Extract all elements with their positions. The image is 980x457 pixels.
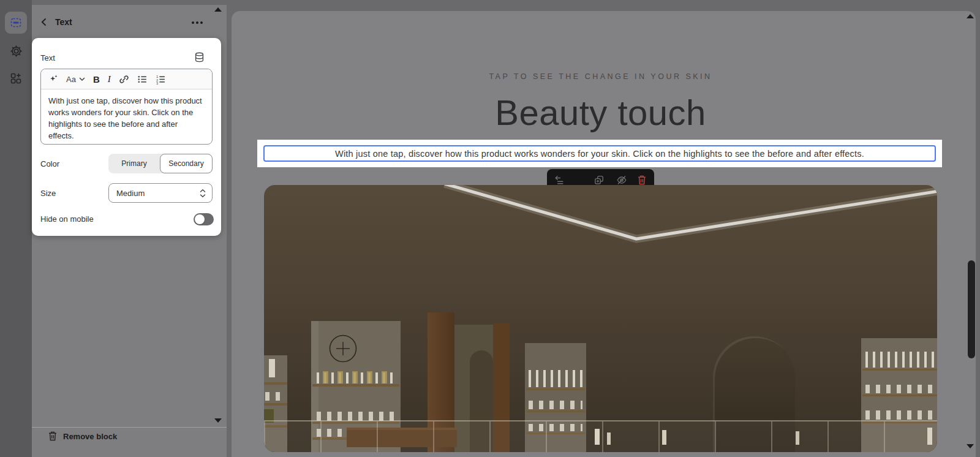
size-field-label: Size — [40, 189, 56, 198]
selected-block-text: With just one tap, discover how this pro… — [335, 149, 864, 159]
store-product — [662, 430, 666, 445]
store-product — [927, 428, 932, 445]
preview-scroll-down-arrow[interactable] — [967, 444, 974, 448]
chevron-down-icon — [79, 77, 85, 81]
color-segmented-control: Primary Secondary — [108, 154, 213, 173]
hotspot-image — [264, 185, 937, 452]
toggle-knob — [195, 214, 205, 224]
store-product — [796, 431, 799, 445]
store-product — [595, 429, 600, 445]
store-shelf — [526, 410, 585, 412]
back-button[interactable] — [39, 17, 50, 28]
color-setting-row: Color Primary Secondary — [32, 154, 221, 173]
trash-icon — [48, 431, 58, 442]
store-products — [323, 371, 390, 383]
store-products — [317, 412, 395, 421]
store-glass-cases — [264, 420, 937, 452]
ai-sparkle-icon[interactable] — [48, 74, 58, 84]
size-setting-row: Size Medium — [32, 183, 221, 203]
store-products — [529, 401, 582, 409]
sections-icon — [10, 17, 22, 29]
chevron-left-icon — [39, 17, 49, 27]
remove-block-button[interactable]: Remove block — [48, 429, 170, 444]
bulleted-list-icon[interactable] — [137, 74, 148, 85]
text-style-dropdown[interactable]: Aa — [66, 75, 85, 84]
text-style-label: Aa — [66, 75, 76, 84]
store-product — [607, 432, 611, 445]
panel-title: Text — [55, 17, 72, 27]
block-menu-button[interactable] — [190, 18, 204, 29]
text-block-settings-card: Text Aa B I — [32, 38, 221, 236]
store-products — [265, 392, 286, 401]
svg-text:3: 3 — [156, 81, 158, 85]
rich-text-editor: Aa B I 1 — [40, 69, 213, 145]
link-icon[interactable] — [119, 74, 129, 85]
move-block-icon[interactable] — [554, 175, 565, 186]
section-heading: Beauty touch — [264, 92, 937, 133]
store-shelf — [862, 395, 937, 396]
store-products — [865, 410, 934, 420]
panel-scroll-up-arrow[interactable] — [214, 7, 222, 12]
theme-editor: Text Text Aa — [0, 0, 980, 457]
stepper-chevrons-icon — [200, 189, 206, 198]
hide-block-icon[interactable] — [616, 175, 627, 186]
duplicate-block-icon[interactable] — [594, 175, 605, 186]
color-option-secondary[interactable]: Secondary — [160, 154, 213, 173]
icon-rail — [0, 0, 32, 457]
preview-scroll-up-arrow[interactable] — [967, 14, 974, 18]
store-shelf — [526, 388, 585, 390]
preview-viewport: TAP TO SEE THE CHANGE IN YOUR SKIN Beaut… — [232, 11, 976, 457]
text-value-input[interactable]: With just one tap, discover how this pro… — [41, 89, 212, 147]
section-eyebrow-text: TAP TO SEE THE CHANGE IN YOUR SKIN — [264, 72, 937, 81]
size-select[interactable]: Medium — [108, 183, 213, 203]
bold-button[interactable]: B — [93, 74, 100, 85]
store-products — [865, 385, 934, 393]
delete-block-icon[interactable] — [637, 175, 647, 186]
hide-on-mobile-row: Hide on mobile — [32, 212, 221, 227]
app-blocks-icon — [10, 72, 22, 85]
size-select-value: Medium — [116, 189, 145, 198]
dynamic-source-button[interactable] — [194, 51, 205, 66]
hide-on-mobile-label: Hide on mobile — [40, 214, 94, 224]
store-shelf — [264, 382, 287, 385]
preview-scrollbar-thumb[interactable] — [968, 260, 975, 358]
panel-footer-divider — [32, 427, 227, 428]
sidebar-item-app-embeds[interactable] — [5, 67, 27, 89]
store-products — [529, 370, 582, 387]
store-shelf — [862, 369, 937, 371]
store-products — [865, 352, 934, 368]
store-glass-dividers — [264, 421, 937, 452]
selected-text-block[interactable]: With just one tap, discover how this pro… — [263, 145, 936, 162]
ellipsis-horizontal-icon — [190, 18, 204, 27]
store-shelf — [264, 403, 287, 406]
italic-button[interactable]: I — [108, 74, 111, 85]
database-icon — [194, 51, 205, 63]
panel-scroll-down-arrow[interactable] — [214, 418, 222, 423]
rich-text-toolbar: Aa B I 1 — [41, 69, 212, 89]
sidebar-item-sections[interactable] — [5, 12, 27, 34]
remove-block-label: Remove block — [63, 432, 117, 441]
store-product — [269, 359, 275, 377]
color-field-label: Color — [40, 159, 59, 168]
selected-block-spotlight: With just one tap, discover how this pro… — [257, 140, 942, 167]
numbered-list-icon[interactable]: 1 2 3 — [156, 74, 166, 85]
store-shelf — [312, 384, 399, 387]
text-field-label: Text — [40, 53, 55, 62]
plus-circle-hotspot[interactable] — [328, 334, 358, 363]
sidebar-item-theme-settings[interactable] — [5, 40, 27, 62]
gear-icon — [10, 45, 23, 58]
hide-on-mobile-toggle[interactable] — [194, 213, 214, 225]
color-option-primary[interactable]: Primary — [108, 154, 160, 173]
